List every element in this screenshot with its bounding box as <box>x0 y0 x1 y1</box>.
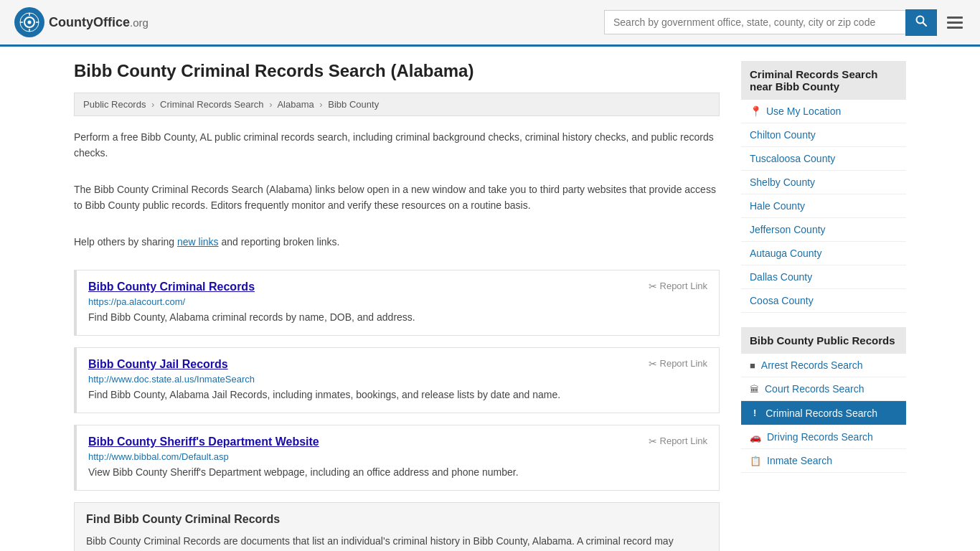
pub-rec-item-4: 📋 Inmate Search <box>741 449 906 473</box>
pub-rec-link-4[interactable]: 📋 Inmate Search <box>741 449 906 472</box>
report-link-3[interactable]: ✂ Report Link <box>649 435 707 447</box>
search-button[interactable] <box>905 9 937 36</box>
sidebar-county-5: Autauga County <box>741 242 906 265</box>
result-title-1: Bibb County Criminal Records <box>88 281 255 293</box>
sidebar-county-link-2[interactable]: Shelby County <box>741 171 906 194</box>
search-input[interactable] <box>604 10 905 34</box>
sidebar-county-link-7[interactable]: Coosa County <box>741 289 906 312</box>
result-url-2: http://www.doc.state.al.us/InmateSearch <box>88 374 707 385</box>
report-link-2[interactable]: ✂ Report Link <box>649 358 707 369</box>
pub-rec-item-0: ■ Arrest Records Search <box>741 354 906 377</box>
sidebar-county-7: Coosa County <box>741 289 906 313</box>
logo-text: CountyOffice <box>49 15 130 29</box>
criminal-icon: ! <box>750 407 760 419</box>
sidebar-county-6: Dallas County <box>741 265 906 289</box>
sidebar-county-3: Hale County <box>741 194 906 218</box>
pub-rec-link-0[interactable]: ■ Arrest Records Search <box>741 354 906 377</box>
sidebar-county-link-1[interactable]: Tuscaloosa County <box>741 147 906 170</box>
description-para1: Perform a free Bibb County, AL public cr… <box>74 129 720 161</box>
sidebar-use-location: 📍 Use My Location <box>741 100 906 123</box>
use-location-link[interactable]: 📍 Use My Location <box>741 100 906 123</box>
sidebar-county-link-6[interactable]: Dallas County <box>741 265 906 288</box>
result-item-2: Bibb County Jail Records ✂ Report Link h… <box>74 347 720 413</box>
find-section: Find Bibb County Criminal Records Bibb C… <box>74 502 720 551</box>
result-title-3: Bibb County Sheriff's Department Website <box>88 435 319 448</box>
logo-area: CountyOffice.org <box>14 7 149 37</box>
report-icon-1: ✂ <box>649 281 657 292</box>
description-para2: The Bibb County Criminal Records Search … <box>74 182 720 214</box>
arrest-icon: ■ <box>750 360 755 371</box>
sidebar-county-2: Shelby County <box>741 171 906 194</box>
pub-rec-item-2: ! Criminal Records Search <box>741 401 906 425</box>
report-icon-2: ✂ <box>649 358 657 369</box>
breadcrumb-public-records[interactable]: Public Records <box>83 99 146 110</box>
result-link-3[interactable]: Bibb County Sheriff's Department Website <box>88 435 319 448</box>
content-area: Bibb County Criminal Records Search (Ala… <box>74 61 720 551</box>
sidebar-criminal-section: Criminal Records Search near Bibb County… <box>741 61 906 313</box>
pub-rec-item-3: 🚗 Driving Records Search <box>741 425 906 449</box>
result-desc-3: View Bibb County Sheriff's Department we… <box>88 465 707 480</box>
sidebar-county-link-3[interactable]: Hale County <box>741 194 906 217</box>
sidebar-county-1: Tuscaloosa County <box>741 147 906 171</box>
sidebar: Criminal Records Search near Bibb County… <box>741 61 906 551</box>
logo-org: .org <box>130 17 149 29</box>
pub-rec-link-1[interactable]: 🏛 Court Records Search <box>741 377 906 400</box>
breadcrumb-alabama[interactable]: Alabama <box>277 99 314 110</box>
result-link-2[interactable]: Bibb County Jail Records <box>88 358 228 370</box>
main-container: Bibb County Criminal Records Search (Ala… <box>60 47 920 551</box>
pub-rec-link-2[interactable]: ! Criminal Records Search <box>741 401 906 425</box>
result-header-3: Bibb County Sheriff's Department Website… <box>88 435 707 448</box>
sidebar-public-records-section: Bibb County Public Records ■ Arrest Reco… <box>741 327 906 473</box>
logo-icon <box>14 7 44 37</box>
result-desc-2: Find Bibb County, Alabama Jail Records, … <box>88 387 707 402</box>
breadcrumb-criminal-records-search[interactable]: Criminal Records Search <box>160 99 264 110</box>
find-section-body: Bibb County Criminal Records are documen… <box>86 533 707 551</box>
result-url-1: https://pa.alacourt.com/ <box>88 296 707 307</box>
result-url-3: http://www.bibbal.com/Default.asp <box>88 451 707 462</box>
breadcrumb: Public Records › Criminal Records Search… <box>74 93 720 116</box>
sidebar-criminal-header: Criminal Records Search near Bibb County <box>741 61 906 100</box>
search-area <box>604 9 966 36</box>
site-header: CountyOffice.org <box>0 0 980 47</box>
pub-rec-link-3[interactable]: 🚗 Driving Records Search <box>741 425 906 448</box>
hamburger-menu-button[interactable] <box>944 14 966 32</box>
driving-icon: 🚗 <box>750 432 761 443</box>
location-pin-icon: 📍 <box>750 105 762 117</box>
sidebar-county-link-0[interactable]: Chilton County <box>741 123 906 146</box>
result-desc-1: Find Bibb County, Alabama criminal recor… <box>88 310 707 325</box>
find-section-heading: Find Bibb County Criminal Records <box>86 513 707 526</box>
result-item-1: Bibb County Criminal Records ✂ Report Li… <box>74 270 720 336</box>
sidebar-county-4: Jefferson County <box>741 218 906 242</box>
result-header-2: Bibb County Jail Records ✂ Report Link <box>88 358 707 371</box>
description-para3: Help others by sharing new links and rep… <box>74 234 720 250</box>
sidebar-criminal-list: 📍 Use My Location Chilton County Tuscalo… <box>741 100 906 313</box>
pub-rec-item-1: 🏛 Court Records Search <box>741 377 906 401</box>
sidebar-public-records-header: Bibb County Public Records <box>741 327 906 354</box>
svg-point-2 <box>28 21 32 24</box>
svg-line-8 <box>923 23 927 27</box>
report-icon-3: ✂ <box>649 435 657 447</box>
inmate-icon: 📋 <box>750 456 761 466</box>
breadcrumb-bibb-county[interactable]: Bibb County <box>328 99 379 110</box>
sidebar-public-records-list: ■ Arrest Records Search 🏛 Court Records … <box>741 354 906 473</box>
result-title-2: Bibb County Jail Records <box>88 358 228 371</box>
result-header-1: Bibb County Criminal Records ✂ Report Li… <box>88 281 707 293</box>
page-title: Bibb County Criminal Records Search (Ala… <box>74 61 720 81</box>
sidebar-county-link-5[interactable]: Autauga County <box>741 242 906 265</box>
result-link-1[interactable]: Bibb County Criminal Records <box>88 281 255 293</box>
report-link-1[interactable]: ✂ Report Link <box>649 281 707 292</box>
sidebar-county-link-4[interactable]: Jefferson County <box>741 218 906 241</box>
new-links-link[interactable]: new links <box>177 236 219 248</box>
court-icon: 🏛 <box>750 384 759 395</box>
sidebar-county-0: Chilton County <box>741 123 906 147</box>
result-item-3: Bibb County Sheriff's Department Website… <box>74 425 720 491</box>
